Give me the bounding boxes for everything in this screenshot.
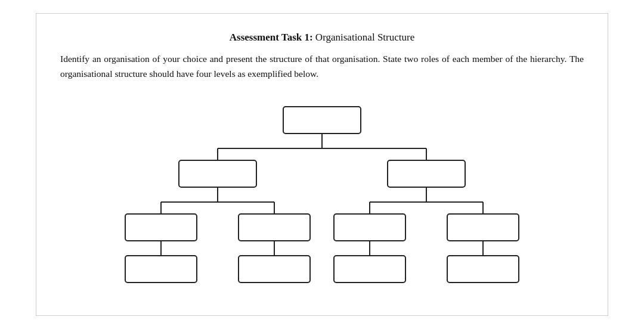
- svg-rect-11: [125, 214, 197, 241]
- svg-rect-12: [239, 214, 310, 241]
- title-normal: Organisational Structure: [313, 32, 415, 43]
- svg-rect-21: [334, 214, 405, 241]
- svg-rect-5: [179, 160, 256, 187]
- page-container: Assessment Task 1: Organisational Struct…: [36, 13, 608, 316]
- title-bold: Assessment Task 1:: [230, 32, 313, 43]
- svg-rect-0: [283, 107, 361, 134]
- svg-rect-6: [388, 160, 465, 187]
- body-text: Identify an organisation of your choice …: [60, 52, 584, 82]
- diagram-area: [60, 95, 584, 297]
- svg-rect-22: [447, 214, 519, 241]
- title-line: Assessment Task 1: Organisational Struct…: [60, 32, 584, 44]
- org-chart-svg: [113, 101, 531, 297]
- svg-rect-26: [447, 256, 519, 283]
- svg-rect-14: [125, 256, 197, 283]
- svg-rect-16: [239, 256, 310, 283]
- svg-rect-24: [334, 256, 405, 283]
